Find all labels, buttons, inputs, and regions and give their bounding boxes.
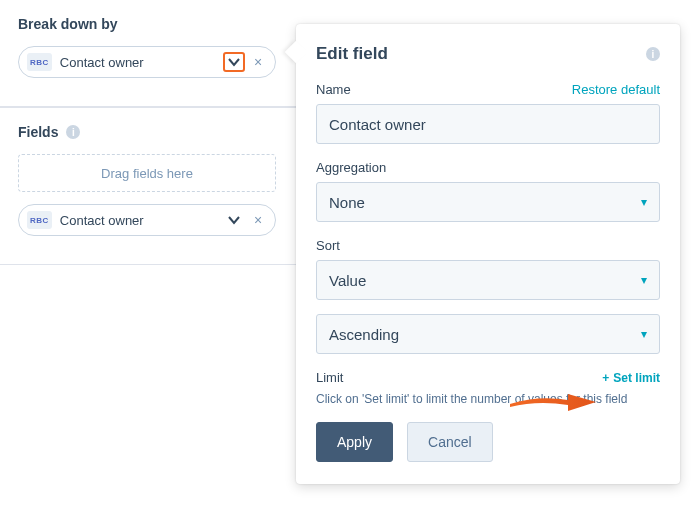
limit-label: Limit (316, 370, 343, 385)
chevron-down-icon[interactable] (223, 52, 245, 72)
abc-badge-icon: RBC (27, 53, 52, 71)
limit-label-row: Limit + Set limit (316, 370, 660, 385)
breakdown-chip[interactable]: RBC Contact owner × (18, 46, 276, 78)
limit-help-text: Click on 'Set limit' to limit the number… (316, 392, 660, 406)
sort-by-value: Value (329, 272, 366, 289)
chevron-down-icon: ▾ (641, 273, 647, 287)
right-edge-frag (686, 110, 696, 150)
sort-direction-value: Ascending (329, 326, 399, 343)
limit-row: Limit + Set limit Click on 'Set limit' t… (316, 370, 660, 406)
close-icon[interactable]: × (251, 54, 265, 70)
left-panel: Break down by RBC Contact owner × Fields… (0, 0, 296, 265)
fields-chip-label: Contact owner (60, 213, 223, 228)
sort-label: Sort (316, 238, 660, 253)
breakdown-section: Break down by RBC Contact owner × (0, 0, 296, 107)
set-limit-link[interactable]: + Set limit (602, 371, 660, 385)
fields-dropzone[interactable]: Drag fields here (18, 154, 276, 192)
breakdown-title: Break down by (18, 16, 278, 32)
edit-field-popover: Edit field i Name Restore default Aggreg… (296, 24, 680, 484)
name-row: Name Restore default (316, 82, 660, 144)
fields-chip[interactable]: RBC Contact owner × (18, 204, 276, 236)
name-label-row: Name Restore default (316, 82, 660, 97)
chevron-down-icon[interactable] (223, 210, 245, 230)
popover-header: Edit field i (316, 44, 660, 64)
fields-title: Fields i (18, 124, 278, 140)
fields-section: Fields i Drag fields here RBC Contact ow… (0, 107, 296, 265)
popover-buttons: Apply Cancel (316, 422, 660, 462)
apply-button[interactable]: Apply (316, 422, 393, 462)
name-input[interactable] (316, 104, 660, 144)
aggregation-row: Aggregation None ▾ (316, 160, 660, 222)
info-icon[interactable]: i (66, 125, 80, 139)
set-limit-text: Set limit (613, 371, 660, 385)
info-icon[interactable]: i (646, 47, 660, 61)
sort-direction-select[interactable]: Ascending ▾ (316, 314, 660, 354)
chevron-down-icon: ▾ (641, 195, 647, 209)
restore-default-link[interactable]: Restore default (572, 82, 660, 97)
breakdown-chip-label: Contact owner (60, 55, 223, 70)
sort-by-select[interactable]: Value ▾ (316, 260, 660, 300)
cancel-button[interactable]: Cancel (407, 422, 493, 462)
sort-row: Sort Value ▾ Ascending ▾ (316, 238, 660, 354)
abc-badge-icon: RBC (27, 211, 52, 229)
fields-title-label: Fields (18, 124, 58, 140)
chevron-down-icon: ▾ (641, 327, 647, 341)
plus-icon: + (602, 371, 609, 385)
aggregation-value: None (329, 194, 365, 211)
close-icon[interactable]: × (251, 212, 265, 228)
popover-title: Edit field (316, 44, 388, 64)
name-label: Name (316, 82, 351, 97)
aggregation-label: Aggregation (316, 160, 660, 175)
aggregation-select[interactable]: None ▾ (316, 182, 660, 222)
